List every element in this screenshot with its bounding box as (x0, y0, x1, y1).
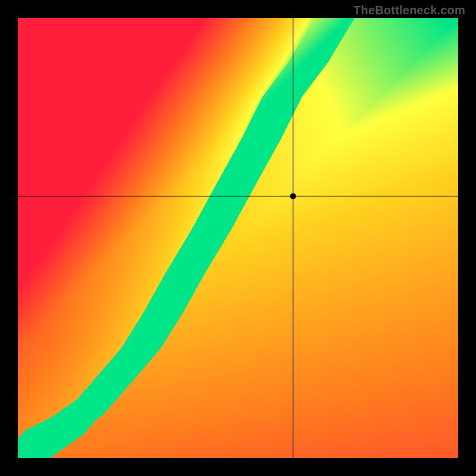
watermark-label: TheBottleneck.com (353, 4, 465, 17)
overlay-canvas (18, 18, 458, 458)
chart-container: TheBottleneck.com (0, 0, 476, 476)
plot-area (18, 18, 458, 458)
